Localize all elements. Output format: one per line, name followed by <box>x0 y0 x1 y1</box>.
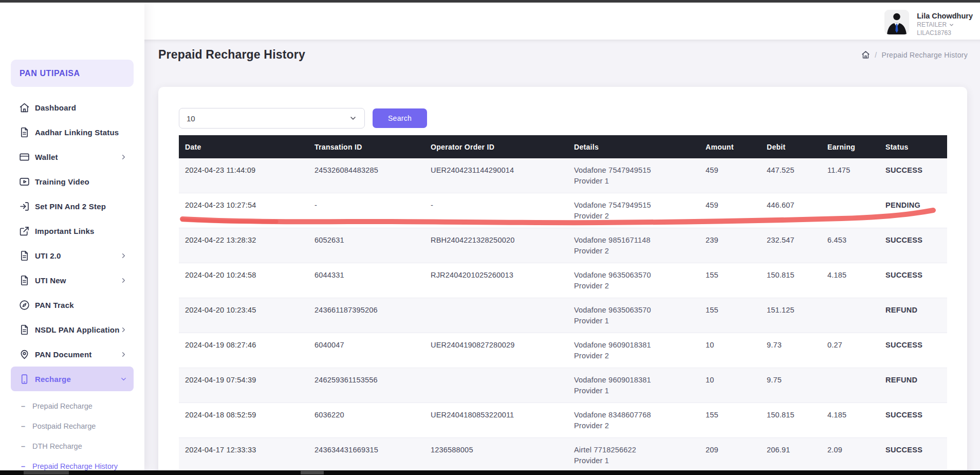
video-icon <box>19 176 30 187</box>
transation-id-cell: 246259361153556 <box>308 368 424 403</box>
breadcrumb: / Prepaid Recharge History <box>861 50 968 59</box>
operator-order-id-cell: UER2404231144290014 <box>424 158 568 193</box>
transation-id-cell: 243661187395206 <box>308 298 424 333</box>
sidebar-item-recharge[interactable]: Recharge <box>11 367 134 391</box>
page-size-select[interactable]: 10 <box>179 108 365 129</box>
compass-icon <box>19 299 30 310</box>
history-table: DateTransation IDOperator Order IDDetail… <box>179 135 947 473</box>
chevron-right-icon <box>120 252 127 260</box>
main-content: Prepaid Recharge History / Prepaid Recha… <box>144 40 980 475</box>
user-info: Lila Chowdhury RETAILER LILAC18763 <box>917 10 973 38</box>
date-cell: 2024-04-19 07:54:39 <box>179 368 308 403</box>
amount-cell: 459 <box>699 193 761 228</box>
submenu-item-label: Prepaid Recharge <box>32 401 93 412</box>
status-cell: SUCCESS <box>879 158 947 193</box>
status-cell: PENDING <box>879 193 947 228</box>
sidebar-item-label: Recharge <box>35 375 71 383</box>
transation-id-cell: - <box>308 193 424 228</box>
dash-bullet: – <box>21 401 32 412</box>
sidebar-item-pan-document[interactable]: PAN Document <box>11 342 134 367</box>
debit-cell: 150.815 <box>761 263 821 298</box>
table-row: 2024-04-19 07:54:39246259361153556Vodafo… <box>179 368 947 403</box>
brand-badge: PAN UTIPAISA <box>11 60 134 87</box>
table-row: 2024-04-20 10:23:45243661187395206Vodafo… <box>179 298 947 333</box>
debit-cell: 206.91 <box>761 438 821 473</box>
column-header: Earning <box>821 135 879 158</box>
user-menu[interactable]: Lila Chowdhury RETAILER LILAC18763 <box>884 10 973 38</box>
sidebar-item-set-pin-and-2-step[interactable]: Set PIN And 2 Step <box>11 194 134 218</box>
sidebar-item-training-video[interactable]: Training Video <box>11 169 134 194</box>
details-cell: Vodafone 9635063570Provider 2 <box>568 263 699 298</box>
column-header: Status <box>879 135 947 158</box>
column-header: Date <box>179 135 308 158</box>
date-cell: 2024-04-19 08:27:46 <box>179 333 308 368</box>
sidebar-item-uti-2-0[interactable]: UTI 2.0 <box>11 243 134 268</box>
transation-id-cell: 6036220 <box>308 403 424 438</box>
earning-cell: 11.475 <box>821 158 879 193</box>
column-header: Transation ID <box>308 135 424 158</box>
status-cell: REFUND <box>879 368 947 403</box>
earning-cell <box>821 368 879 403</box>
amount-cell: 239 <box>699 228 761 263</box>
sidebar-item-pan-track[interactable]: PAN Track <box>11 293 134 317</box>
amount-cell: 10 <box>699 333 761 368</box>
sidebar-item-uti-new[interactable]: UTI New <box>11 268 134 293</box>
sidebar-item-wallet[interactable]: Wallet <box>11 144 134 169</box>
chevron-down-icon <box>120 375 127 383</box>
scrollbar-thumb[interactable] <box>24 471 69 474</box>
chevron-right-icon <box>120 351 127 358</box>
operator-order-id-cell: UER2404180853220011 <box>424 403 568 438</box>
column-header: Operator Order ID <box>424 135 568 158</box>
chevron-right-icon <box>120 153 127 161</box>
operator-order-id-cell <box>424 298 568 333</box>
column-header: Details <box>568 135 699 158</box>
debit-cell: 447.525 <box>761 158 821 193</box>
table-row: 2024-04-23 11:44:09245326084483285UER240… <box>179 158 947 193</box>
transation-id-cell: 6044331 <box>308 263 424 298</box>
amount-cell: 209 <box>699 438 761 473</box>
app-window: PAN UTIPAISA Dashboard Aadhar Linking St… <box>0 0 980 475</box>
search-button[interactable]: Search <box>373 108 427 128</box>
file-icon <box>19 275 30 286</box>
sidebar-item-aadhar-linking-status[interactable]: Aadhar Linking Status <box>11 120 134 144</box>
details-cell: Airtel 7718256622Provider 1 <box>568 438 699 473</box>
submenu-item-prepaid-recharge[interactable]: – Prepaid Recharge <box>0 396 144 416</box>
user-role[interactable]: RETAILER <box>917 21 973 29</box>
table-row: 2024-04-22 13:28:326052631RBH24042213282… <box>179 228 947 263</box>
home-icon[interactable] <box>861 50 870 59</box>
date-cell: 2024-04-22 13:28:32 <box>179 228 308 263</box>
transation-id-cell: 243634431669315 <box>308 438 424 473</box>
chevron-right-icon <box>120 326 127 334</box>
details-cell: Vodafone 9609018381Provider 1 <box>568 368 699 403</box>
sidebar-item-dashboard[interactable]: Dashboard <box>11 95 134 120</box>
date-cell: 2024-04-23 10:27:54 <box>179 193 308 228</box>
breadcrumb-separator: / <box>875 51 877 59</box>
sidebar-item-label: Training Video <box>35 177 89 186</box>
sidebar-item-nsdl-pan-application[interactable]: NSDL PAN Application <box>11 317 134 342</box>
date-cell: 2024-04-18 08:52:59 <box>179 403 308 438</box>
submenu-item-postpaid-recharge[interactable]: – Postpaid Recharge <box>0 416 144 436</box>
status-cell: SUCCESS <box>879 263 947 298</box>
operator-order-id-cell: RBH2404221328250020 <box>424 228 568 263</box>
sidebar-item-label: UTI New <box>35 276 66 285</box>
operator-order-id-cell <box>424 368 568 403</box>
map-pin-icon <box>19 349 30 360</box>
submenu-item-label: Postpaid Recharge <box>32 421 96 432</box>
status-cell: SUCCESS <box>879 228 947 263</box>
sidebar-item-important-links[interactable]: Important Links <box>11 218 134 243</box>
earning-cell: 6.453 <box>821 228 879 263</box>
sidebar-item-label: Wallet <box>35 153 58 161</box>
operator-order-id-cell: - <box>424 193 568 228</box>
avatar[interactable] <box>884 10 909 34</box>
earning-cell: 4.185 <box>821 403 879 438</box>
page-head: Prepaid Recharge History / Prepaid Recha… <box>144 40 980 62</box>
smartphone-icon <box>19 373 30 385</box>
user-name: Lila Chowdhury <box>917 11 973 21</box>
submenu-item-dth-recharge[interactable]: – DTH Recharge <box>0 436 144 456</box>
chevron-right-icon <box>120 277 127 284</box>
amount-cell: 155 <box>699 263 761 298</box>
details-cell: Vodafone 8348607768Provider 2 <box>568 403 699 438</box>
table-row: 2024-04-18 08:52:596036220UER24041808532… <box>179 403 947 438</box>
column-header: Amount <box>699 135 761 158</box>
debit-cell: 232.547 <box>761 228 821 263</box>
